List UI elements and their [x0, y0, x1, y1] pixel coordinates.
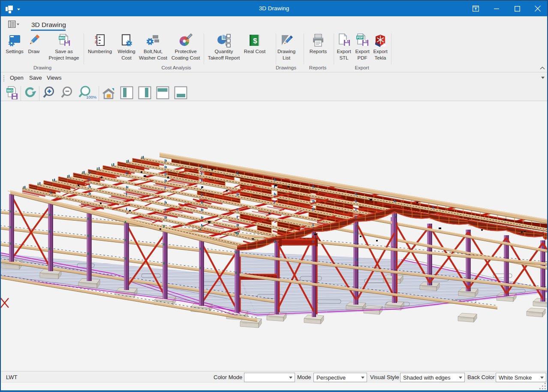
- svg-text:2.: 2.: [95, 40, 98, 44]
- svg-text:IMG: IMG: [59, 36, 65, 39]
- svg-text:$: $: [253, 37, 257, 45]
- svg-text:100%: 100%: [86, 95, 97, 99]
- svg-text:1.: 1.: [95, 35, 98, 39]
- svg-text:IMG: IMG: [7, 89, 13, 93]
